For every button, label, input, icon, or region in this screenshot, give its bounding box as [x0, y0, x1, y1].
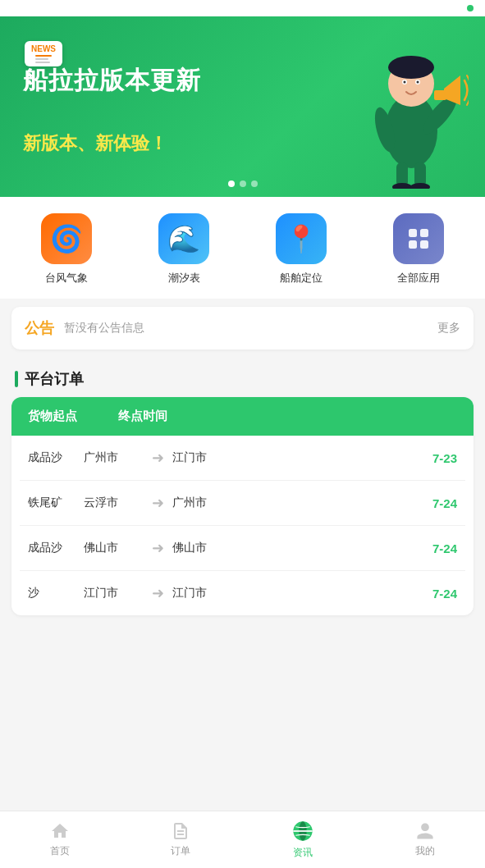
- quick-app-typhoon[interactable]: 🌀 台风气象: [41, 213, 92, 286]
- status-indicator: [467, 5, 474, 11]
- banner-subtitle: 新版本、新体验！: [23, 131, 167, 156]
- order-goods-2: 铁尾矿: [28, 496, 84, 510]
- order-to-2: 广州市: [172, 496, 416, 510]
- orders-header-col2: 终点时间: [118, 409, 167, 424]
- banner-title: 船拉拉版本更新: [23, 66, 201, 95]
- table-row[interactable]: 铁尾矿 云浮市 ➜ 广州市 7-24: [20, 481, 465, 526]
- svg-point-13: [392, 183, 412, 189]
- order-arrow-3: ➜: [143, 539, 172, 557]
- svg-rect-15: [409, 229, 417, 237]
- quick-app-all[interactable]: 全部应用: [393, 213, 444, 286]
- orders-header-col1: 货物起点: [28, 409, 77, 424]
- notice-bar: 公告 暂没有公告信息 更多: [11, 307, 474, 349]
- order-date-4: 7-24: [416, 587, 457, 601]
- status-bar: [0, 0, 485, 16]
- notice-more-button[interactable]: 更多: [437, 321, 460, 336]
- notice-text: 暂没有公告信息: [64, 321, 428, 336]
- banner-news-tag: NEWS: [25, 41, 62, 66]
- svg-rect-10: [434, 90, 446, 100]
- svg-point-4: [404, 81, 406, 84]
- table-row[interactable]: 沙 江门市 ➜ 江门市 7-24: [20, 571, 465, 615]
- section-title-bar: [15, 371, 18, 387]
- banner: NEWS: [0, 16, 485, 197]
- nav-label-news: 资讯: [293, 846, 313, 860]
- order-arrow-2: ➜: [143, 494, 172, 512]
- news-tag-text: NEWS: [31, 44, 56, 53]
- banner-dot-3[interactable]: [251, 180, 258, 187]
- nav-label-me: 我的: [415, 844, 435, 858]
- quick-apps-row: 🌀 台风气象 🌊 潮汐表 📍 船舶定位 全部应用: [0, 197, 485, 299]
- order-to-1: 江门市: [172, 450, 416, 465]
- order-from-2: 云浮市: [84, 496, 143, 510]
- nav-item-me[interactable]: 我的: [402, 816, 448, 863]
- banner-dots: [228, 180, 258, 187]
- order-to-4: 江门市: [172, 586, 416, 601]
- ship-icon: 📍: [276, 213, 327, 264]
- table-row[interactable]: 成品沙 佛山市 ➜ 佛山市 7-24: [20, 526, 465, 571]
- order-to-3: 佛山市: [172, 541, 416, 555]
- all-apps-icon: [393, 213, 444, 264]
- section-title-text: 平台订单: [25, 369, 84, 389]
- order-from-3: 佛山市: [84, 541, 143, 555]
- home-icon: [50, 821, 70, 841]
- orders-card: 货物起点 终点时间 成品沙 广州市 ➜ 江门市 7-23 铁尾矿 云浮市 ➜ 广…: [11, 397, 474, 615]
- notice-label: 公告: [25, 318, 54, 338]
- typhoon-icon: 🌀: [41, 213, 92, 264]
- orders-table-header: 货物起点 终点时间: [11, 397, 474, 436]
- order-goods-4: 沙: [28, 586, 84, 601]
- me-icon: [415, 821, 435, 841]
- quick-app-tide[interactable]: 🌊 潮汐表: [158, 213, 209, 286]
- order-from-4: 江门市: [84, 586, 143, 601]
- nav-item-news[interactable]: 资讯: [278, 815, 327, 865]
- order-date-2: 7-24: [416, 496, 457, 510]
- nav-label-orders: 订单: [171, 844, 190, 858]
- ship-label: 船舶定位: [280, 271, 323, 286]
- nav-item-orders[interactable]: 订单: [158, 816, 204, 863]
- svg-rect-18: [420, 240, 428, 249]
- order-date-3: 7-24: [416, 541, 457, 555]
- order-goods-3: 成品沙: [28, 541, 84, 555]
- platform-orders-section-title: 平台订单: [0, 358, 485, 397]
- svg-point-6: [417, 81, 419, 84]
- table-row[interactable]: 成品沙 广州市 ➜ 江门市 7-23: [20, 436, 465, 481]
- nav-label-home: 首页: [50, 844, 70, 858]
- orders-table-body: 成品沙 广州市 ➜ 江门市 7-23 铁尾矿 云浮市 ➜ 广州市 7-24 成品…: [11, 436, 474, 615]
- order-goods-1: 成品沙: [28, 450, 84, 465]
- svg-point-14: [410, 183, 430, 189]
- typhoon-label: 台风气象: [45, 271, 88, 286]
- banner-dot-1[interactable]: [228, 180, 235, 187]
- tide-label: 潮汐表: [168, 271, 200, 286]
- order-date-1: 7-23: [416, 451, 457, 465]
- order-arrow-4: ➜: [143, 584, 172, 602]
- news-icon: [291, 820, 314, 843]
- bottom-nav: 首页 订单 资讯 我的: [0, 811, 485, 868]
- nav-item-home[interactable]: 首页: [37, 816, 83, 863]
- all-apps-label: 全部应用: [397, 271, 440, 286]
- svg-rect-17: [409, 240, 417, 249]
- svg-rect-16: [420, 229, 428, 237]
- quick-app-ship[interactable]: 📍 船舶定位: [276, 213, 327, 286]
- banner-illustration: [337, 33, 469, 189]
- banner-dot-2[interactable]: [240, 180, 246, 187]
- order-from-1: 广州市: [84, 450, 143, 465]
- tide-icon: 🌊: [158, 213, 209, 264]
- orders-icon: [171, 821, 190, 841]
- svg-point-2: [388, 56, 434, 79]
- order-arrow-1: ➜: [143, 449, 172, 467]
